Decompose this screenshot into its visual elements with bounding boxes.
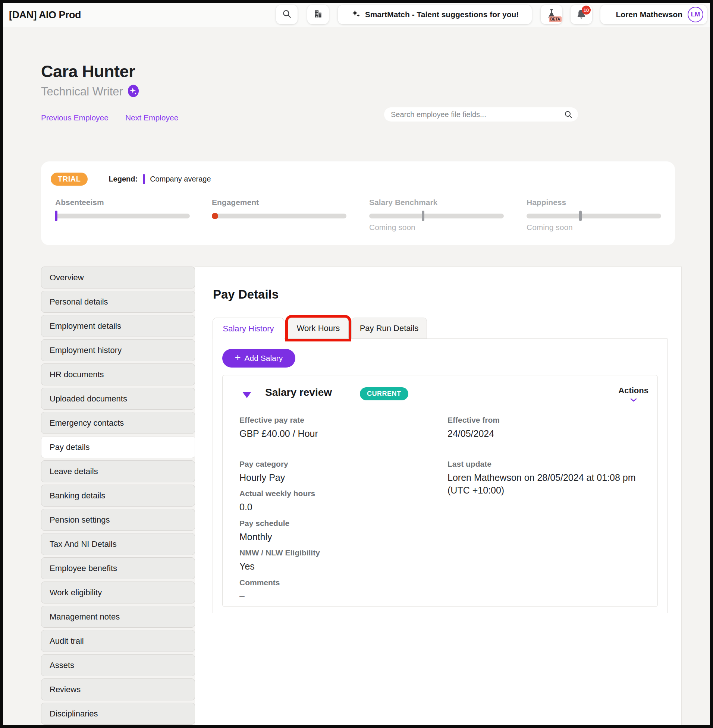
benchmark-marker-icon <box>422 211 424 221</box>
engagement-marker-icon <box>212 213 218 219</box>
employee-job-title: Technical Writer <box>41 85 123 98</box>
smartmatch-banner-button[interactable]: SmartMatch - Talent suggestions for you! <box>338 5 532 24</box>
building-icon <box>313 9 323 20</box>
sidebar-item-emergency-contacts[interactable]: Emergency contacts <box>41 412 195 434</box>
beta-badge: BETA <box>549 16 562 22</box>
gauge-salary-benchmark: Salary Benchmark Coming soon <box>369 198 504 232</box>
user-name: Loren Mathewson <box>616 10 682 19</box>
beta-labs-button[interactable]: BETA <box>541 5 562 24</box>
benchmark-marker-icon <box>579 211 582 221</box>
search-icon <box>282 9 292 20</box>
salary-history-content: + Add Salary Salary review CURRENT Actio… <box>213 338 668 613</box>
top-bar: [DAN] AIO Prod SmartMatch - Talent sugge… <box>3 3 710 27</box>
engagement-slider <box>212 214 346 219</box>
employee-name: Cara Hunter <box>41 62 135 81</box>
sidebar-item-employment-history[interactable]: Employment history <box>41 339 195 361</box>
sidebar-item-work-eligibility[interactable]: Work eligibility <box>41 582 195 603</box>
smartmatch-label: SmartMatch - Talent suggestions for you! <box>365 10 519 19</box>
sidebar-item-pay-details[interactable]: Pay details <box>41 436 195 458</box>
happiness-slider <box>527 214 661 219</box>
company-average-marker-icon <box>143 174 145 184</box>
sidebar-item-uploaded-documents[interactable]: Uploaded documents <box>41 388 195 409</box>
flask-icon: BETA <box>546 8 557 21</box>
sidebar-item-reviews[interactable]: Reviews <box>41 679 195 700</box>
employee-file-search-input[interactable] <box>384 107 578 122</box>
page: [DAN] AIO Prod SmartMatch - Talent sugge… <box>3 3 710 725</box>
avatar: LM <box>688 7 703 22</box>
sparkle-icon <box>351 9 361 21</box>
sidebar-item-pension-settings[interactable]: Pension settings <box>41 509 195 531</box>
field-effective-from: Effective from 24/05/2024 <box>447 415 644 440</box>
sidebar-item-hr-documents[interactable]: HR documents <box>41 363 195 386</box>
notification-count-badge: 10 <box>582 6 591 15</box>
ai-sparkle-icon[interactable] <box>128 84 139 99</box>
tab-pay-run-details[interactable]: Pay Run Details <box>351 318 427 339</box>
page-title: Pay Details <box>213 287 279 302</box>
tab-work-hours[interactable]: Work Hours <box>288 318 349 339</box>
salary-fields-left: Effective pay rate GBP £40.00 / Hour Pay… <box>239 415 426 607</box>
gauge-engagement: Engagement <box>212 198 346 227</box>
gauge-absenteeism: Absenteeism <box>55 198 190 227</box>
actions-dropdown[interactable]: Actions <box>618 386 649 404</box>
pay-details-tabs: Salary History Work Hours Pay Run Detail… <box>213 318 427 339</box>
absenteeism-slider <box>55 214 190 219</box>
status-badge: CURRENT <box>360 387 408 400</box>
trial-badge: TRIAL <box>51 173 88 186</box>
salary-benchmark-slider <box>369 214 504 219</box>
chevron-down-icon <box>618 397 649 404</box>
sidebar-item-personal-details[interactable]: Personal details <box>41 291 195 313</box>
company-average-marker-icon <box>55 211 57 221</box>
divider <box>117 112 117 124</box>
search-button[interactable] <box>276 5 298 24</box>
sidebar-item-overview[interactable]: Overview <box>41 266 195 289</box>
search-icon <box>564 110 573 121</box>
sidebar-item-tax-and-ni-details[interactable]: Tax And NI Details <box>41 533 195 555</box>
add-salary-button[interactable]: + Add Salary <box>222 349 295 368</box>
pay-details-panel: Pay Details Salary History Work Hours Pa… <box>195 266 682 725</box>
field-effective-pay-rate: Effective pay rate GBP £40.00 / Hour <box>239 415 426 440</box>
salary-review-card: Salary review CURRENT Actions Effective … <box>222 375 658 607</box>
sidebar-item-audit-trail[interactable]: Audit trail <box>41 630 195 652</box>
app-title: [DAN] AIO Prod <box>9 9 81 21</box>
legend-item: Company average <box>150 175 211 183</box>
field-pay-schedule: Pay schedule Monthly <box>239 519 426 543</box>
collapse-triangle-icon[interactable] <box>242 392 251 398</box>
field-last-update: Last update Loren Mathewson on 28/05/202… <box>447 460 644 497</box>
salary-card-title: Salary review <box>265 387 332 399</box>
sidebar-item-disciplinaries[interactable]: Disciplinaries <box>41 703 195 725</box>
sidebar-item-banking-details[interactable]: Banking details <box>41 485 195 506</box>
employee-file-search <box>384 107 578 122</box>
sidebar-item-leave-details[interactable]: Leave details <box>41 460 195 482</box>
field-nmw-nlw-eligibility: NMW / NLW Eligibility Yes <box>239 548 426 573</box>
next-employee-link[interactable]: Next Employee <box>125 113 178 122</box>
previous-employee-link[interactable]: Previous Employee <box>41 113 109 122</box>
field-actual-weekly-hours: Actual weekly hours 0.0 <box>239 489 426 514</box>
employee-file-sidebar: Overview Personal details Employment det… <box>41 266 195 725</box>
plus-icon: + <box>235 352 241 363</box>
organisation-button[interactable] <box>307 5 329 24</box>
tab-salary-history[interactable]: Salary History <box>213 318 284 339</box>
employee-metrics-card: TRIAL Legend: Company average Absenteeis… <box>41 161 675 245</box>
field-pay-category: Pay category Hourly Pay <box>239 460 426 484</box>
notifications-button[interactable]: 10 <box>571 5 592 24</box>
salary-fields-right: Effective from 24/05/2024 Last update Lo… <box>447 415 644 502</box>
legend-label: Legend: <box>109 175 137 183</box>
sidebar-item-employee-benefits[interactable]: Employee benefits <box>41 557 195 579</box>
user-menu[interactable]: Loren Mathewson LM <box>600 5 707 24</box>
sidebar-item-employment-details[interactable]: Employment details <box>41 315 195 337</box>
employee-nav: Previous Employee Next Employee <box>41 112 178 124</box>
gauge-happiness: Happiness Coming soon <box>527 198 661 232</box>
sidebar-item-management-notes[interactable]: Management notes <box>41 606 195 628</box>
bell-icon: 10 <box>576 9 587 21</box>
sidebar-item-assets[interactable]: Assets <box>41 654 195 676</box>
field-comments: Comments – <box>239 578 426 603</box>
